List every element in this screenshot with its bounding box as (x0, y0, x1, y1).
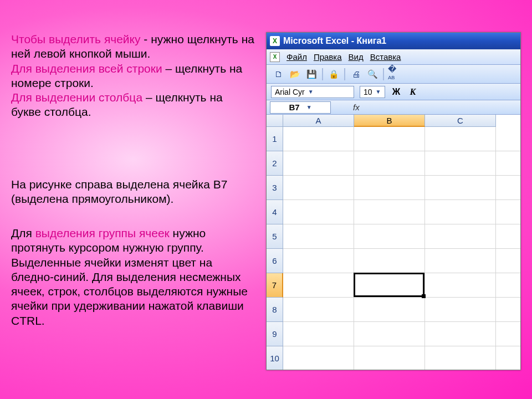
spelling-icon[interactable]: � ᴬᴮ (387, 67, 402, 81)
menu-bar: X Файл Правка Вид Вставка (267, 49, 520, 65)
cell[interactable] (354, 322, 425, 346)
column-header-A[interactable]: A (283, 115, 354, 127)
cell[interactable] (496, 249, 520, 273)
chevron-down-icon: ▼ (308, 89, 314, 95)
select-all-button[interactable] (267, 115, 283, 127)
cell[interactable] (425, 346, 496, 370)
paragraph-selection: Чтобы выделить ячейку - нужно щелкнуть н… (11, 32, 255, 120)
menu-file[interactable]: Файл (287, 52, 307, 62)
cell[interactable] (283, 200, 354, 224)
font-size-combo[interactable]: 10 ▼ (360, 86, 385, 98)
toolbar-separator (322, 68, 323, 80)
cell[interactable] (283, 249, 354, 273)
cell[interactable] (354, 273, 425, 298)
cell[interactable] (425, 298, 496, 322)
cell[interactable] (425, 273, 496, 298)
column-header-C[interactable]: C (425, 115, 496, 127)
font-size-value: 10 (364, 88, 372, 96)
active-cell-ref: B7 (289, 103, 299, 112)
italic-button[interactable]: К (407, 87, 418, 97)
cell[interactable] (496, 224, 520, 249)
toolbar-separator (383, 68, 384, 80)
formatting-toolbar: Arial Cyr ▼ 10 ▼ Ж К (267, 84, 520, 100)
row-header-5[interactable]: 5 (267, 224, 283, 249)
font-name-combo[interactable]: Arial Cyr ▼ (271, 86, 354, 98)
open-icon[interactable]: 📂 (288, 67, 302, 81)
cell[interactable] (354, 346, 425, 370)
new-icon[interactable]: 🗋 (271, 67, 285, 81)
excel-doc-icon[interactable]: X (270, 52, 280, 62)
row-header-1[interactable]: 1 (267, 127, 283, 151)
standard-toolbar: 🗋 📂 💾 🔒 🖨 🔍 � ᴬᴮ (267, 65, 520, 84)
chevron-down-icon: ▼ (376, 89, 381, 95)
chevron-down-icon: ▼ (306, 104, 312, 110)
excel-app-icon: X (270, 36, 280, 46)
cell[interactable] (283, 298, 354, 322)
cell[interactable] (354, 249, 425, 273)
title-bar[interactable]: X Microsoft Excel - Книга1 (267, 33, 520, 49)
cell[interactable] (425, 322, 496, 346)
row-header-8[interactable]: 8 (267, 298, 283, 322)
menu-insert[interactable]: Вставка (370, 52, 401, 62)
cell[interactable] (425, 200, 496, 224)
permission-icon[interactable]: 🔒 (326, 67, 341, 81)
cell[interactable] (283, 151, 354, 176)
menu-edit[interactable]: Правка (314, 52, 342, 62)
cell[interactable] (425, 151, 496, 176)
worksheet-grid: ABC 12345678910 (267, 115, 520, 370)
cell[interactable] (283, 346, 354, 370)
row-header-2[interactable]: 2 (267, 151, 283, 176)
paragraph-group: Для выделения группы ячеек нужно протяну… (11, 226, 255, 328)
cell[interactable] (354, 298, 425, 322)
cell[interactable] (496, 273, 520, 298)
print-icon[interactable]: 🖨 (349, 67, 363, 81)
fx-label[interactable]: fx (353, 103, 360, 112)
bold-button[interactable]: Ж (391, 87, 402, 97)
highlight-group: выделения группы ячеек (35, 227, 170, 239)
cell[interactable] (354, 127, 425, 151)
excel-window: X Microsoft Excel - Книга1 X Файл Правка… (266, 32, 521, 370)
cell[interactable] (496, 346, 520, 370)
cell[interactable] (283, 127, 354, 151)
row-header-4[interactable]: 4 (267, 200, 283, 224)
name-box[interactable]: B7 ▼ (270, 101, 331, 114)
cell[interactable] (283, 322, 354, 346)
cell[interactable] (425, 127, 496, 151)
window-title: Microsoft Excel - Книга1 (283, 36, 386, 46)
cell[interactable] (425, 224, 496, 249)
highlight-col: Для выделении столбца (11, 91, 142, 104)
cell[interactable] (496, 322, 520, 346)
cell[interactable] (354, 224, 425, 249)
column-header-B[interactable]: B (354, 115, 425, 127)
cell[interactable] (354, 151, 425, 176)
cell[interactable] (496, 176, 520, 200)
cell[interactable] (496, 200, 520, 224)
cell[interactable] (425, 249, 496, 273)
cell[interactable] (283, 224, 354, 249)
cell[interactable] (354, 200, 425, 224)
cell[interactable] (283, 273, 354, 298)
font-name-value: Arial Cyr (275, 88, 305, 96)
cell[interactable] (354, 176, 425, 200)
row-header-10[interactable]: 10 (267, 346, 283, 370)
cell[interactable] (425, 176, 496, 200)
save-icon[interactable]: 💾 (304, 67, 319, 81)
formula-bar: B7 ▼ fx (267, 100, 520, 115)
row-header-6[interactable]: 6 (267, 249, 283, 273)
row-header-3[interactable]: 3 (267, 176, 283, 200)
toolbar-separator (344, 68, 345, 80)
row-header-7[interactable]: 7 (267, 273, 283, 298)
cell[interactable] (496, 298, 520, 322)
cell[interactable] (496, 151, 520, 176)
highlight-row: Для выделения всей строки (11, 62, 162, 75)
cell[interactable] (283, 176, 354, 200)
paragraph-example: На рисунке справа выделена ячейка B7 (вы… (11, 177, 255, 207)
print-preview-icon[interactable]: 🔍 (365, 67, 380, 81)
highlight-cell: Чтобы выделить ячейку (11, 33, 141, 45)
cell[interactable] (496, 127, 520, 151)
menu-view[interactable]: Вид (349, 52, 364, 62)
row-header-9[interactable]: 9 (267, 322, 283, 346)
